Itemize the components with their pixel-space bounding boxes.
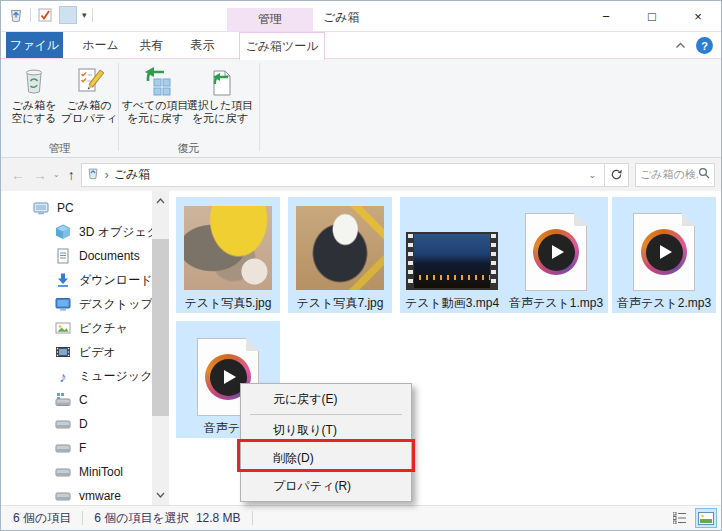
sidebar-item-label: デスクトップ — [79, 296, 152, 313]
sidebar-item-drive-f[interactable]: F — [1, 436, 152, 460]
search-placeholder: ごみ箱の検... — [640, 167, 698, 182]
divider — [30, 8, 31, 22]
close-button[interactable]: × — [675, 1, 721, 31]
context-tab-manage[interactable]: 管理 — [227, 8, 313, 31]
3d-cube-icon — [55, 224, 71, 240]
file-item-photo5[interactable]: テスト写真5.jpg — [176, 197, 280, 313]
empty-recycle-bin-button[interactable]: ごみ箱を 空にする — [7, 63, 61, 125]
properties-quick-icon[interactable] — [36, 6, 54, 24]
computer-icon — [33, 200, 49, 216]
sidebar-item-pictures[interactable]: ピクチャ — [1, 316, 152, 340]
help-icon[interactable]: ? — [696, 37, 713, 54]
address-location-icon — [86, 166, 100, 183]
sidebar-item-label: 3D オブジェクト — [79, 224, 152, 241]
forward-icon[interactable]: → — [33, 168, 47, 182]
system-drive-icon — [55, 392, 71, 408]
maximize-button[interactable]: □ — [629, 1, 675, 31]
window-title: ごみ箱 — [323, 9, 360, 26]
qat-customize-dropdown-icon[interactable]: ▾ — [82, 11, 87, 20]
play-icon — [224, 370, 236, 384]
divider — [252, 511, 253, 525]
file-name: 音声テスト1.mp3 — [509, 295, 603, 312]
search-icon[interactable] — [698, 167, 710, 182]
refresh-button[interactable] — [605, 163, 629, 187]
sidebar-item-label: C — [79, 393, 88, 407]
drive-icon — [55, 488, 71, 504]
tab-view[interactable]: 表示 — [177, 32, 228, 59]
empty-recycle-bin-icon — [19, 63, 49, 99]
sidebar-scrollbar[interactable] — [152, 191, 169, 505]
file-item-photo7[interactable]: テスト写真7.jpg — [288, 197, 392, 313]
sidebar-item-drive-d[interactable]: D — [1, 412, 152, 436]
selection-count: 6 個の項目を選択 — [94, 510, 189, 527]
sidebar-item-desktop[interactable]: デスクトップ — [1, 292, 152, 316]
file-item-audio2[interactable]: 音声テスト2.mp3 — [612, 197, 716, 313]
sidebar-item-music[interactable]: ♪ ミュージック — [1, 364, 152, 388]
sidebar-item-label: D — [79, 417, 88, 431]
sidebar-item-label: MiniTool — [79, 465, 123, 479]
tab-file[interactable]: ファイル — [6, 32, 63, 59]
sidebar-item-label: ミュージック — [79, 368, 152, 385]
tab-recycle-bin-tools[interactable]: ごみ箱ツール — [239, 32, 325, 60]
sidebar-item-drive-c[interactable]: C — [1, 388, 152, 412]
file-name: テスト写真7.jpg — [297, 295, 384, 312]
tab-share[interactable]: 共有 — [126, 32, 177, 59]
minimize-button[interactable]: − — [583, 1, 629, 31]
sidebar-item-pc[interactable]: PC — [1, 196, 152, 220]
videos-icon — [55, 344, 71, 360]
file-name: テスト写真5.jpg — [185, 295, 272, 312]
details-view-button[interactable] — [669, 508, 691, 528]
sidebar-item-documents[interactable]: Documents — [1, 244, 152, 268]
address-dropdown-icon[interactable]: ⌄ — [584, 170, 600, 180]
search-input[interactable]: ごみ箱の検... — [635, 163, 715, 187]
sidebar-item-videos[interactable]: ビデオ — [1, 340, 152, 364]
drive-icon — [55, 416, 71, 432]
file-name: テスト動画3.mp4 — [405, 295, 499, 312]
file-item-video3[interactable]: テスト動画3.mp4 — [400, 197, 504, 313]
sidebar-item-downloads[interactable]: ダウンロード — [1, 268, 152, 292]
context-menu-item-restore[interactable]: 元に戻す(E) — [241, 385, 411, 413]
ribbon-tab-row: ファイル ホーム 共有 表示 ごみ箱ツール ? — [1, 31, 721, 59]
context-menu-item-properties[interactable]: プロパティ(R) — [241, 472, 411, 500]
tab-home[interactable]: ホーム — [75, 32, 126, 59]
recycle-bin-properties-button[interactable]: ごみ箱の プロパティ — [61, 63, 117, 125]
scrollbar-thumb[interactable] — [152, 239, 169, 416]
sidebar-item-label: F — [79, 441, 86, 455]
sidebar-item-label: Documents — [79, 249, 140, 263]
explorer-window: ▾ 管理 ごみ箱 − □ × ファイル ホーム 共有 表示 ごみ箱ツール ? — [0, 0, 722, 531]
ribbon-group-divider — [118, 63, 119, 151]
context-menu-item-delete[interactable]: 削除(D) — [241, 444, 411, 472]
breadcrumb-chevron-icon: › — [105, 168, 109, 182]
ribbon-group-restore: 復元 — [118, 141, 259, 156]
scroll-up-icon[interactable] — [152, 193, 169, 209]
new-folder-quick-icon[interactable] — [59, 6, 77, 24]
menu-separator — [250, 414, 402, 415]
restore-selected-items-button[interactable]: 選択した項目 を元に戻す — [187, 63, 253, 125]
sidebar-item-3d-objects[interactable]: 3D オブジェクト — [1, 220, 152, 244]
sidebar-item-label: vmware — [79, 489, 121, 503]
selection-size: 12.8 MB — [196, 511, 241, 525]
ribbon-group-divider — [259, 63, 260, 151]
collapse-ribbon-icon[interactable] — [675, 42, 686, 49]
sidebar-item-label: PC — [57, 201, 74, 215]
back-icon[interactable]: ← — [11, 168, 25, 182]
download-icon — [55, 272, 71, 288]
scroll-down-icon[interactable] — [152, 487, 169, 503]
drive-icon — [55, 464, 71, 480]
context-menu-item-cut[interactable]: 切り取り(T) — [241, 416, 411, 444]
ribbon-group-manage: 管理 — [1, 141, 118, 156]
restore-all-icon — [139, 63, 171, 99]
up-icon[interactable]: ↑ — [68, 168, 75, 182]
document-icon — [55, 248, 71, 264]
pictures-icon — [55, 320, 71, 336]
large-icons-view-button[interactable] — [695, 508, 717, 528]
address-bar[interactable]: › ごみ箱 ⌄ — [81, 163, 605, 187]
sidebar-item-minitool[interactable]: MiniTool — [1, 460, 152, 484]
breadcrumb-location[interactable]: ごみ箱 — [114, 166, 151, 183]
restore-all-items-button[interactable]: すべての項目 を元に戻す — [123, 63, 187, 125]
file-item-audio1[interactable]: 音声テスト1.mp3 — [504, 197, 608, 313]
recent-locations-dropdown-icon[interactable]: ⌄ — [53, 170, 60, 179]
item-count: 6 個の項目 — [13, 510, 71, 527]
sidebar-item-vmware[interactable]: vmware — [1, 484, 152, 505]
audio-file-icon — [633, 213, 695, 291]
